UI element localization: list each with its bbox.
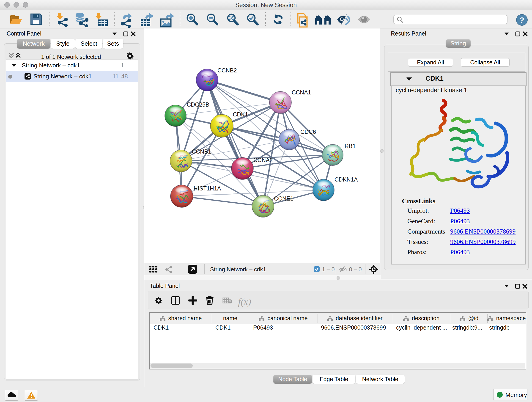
svg-text:HIST1H1A: HIST1H1A <box>194 185 221 191</box>
svg-text:RB1: RB1 <box>345 143 356 149</box>
svg-text:CDKN1A: CDKN1A <box>335 176 358 183</box>
svg-text:CCNE1: CCNE1 <box>274 195 293 202</box>
svg-text:CCNA2: CCNA2 <box>253 157 273 163</box>
svg-text:CCNA1: CCNA1 <box>292 89 311 96</box>
svg-text:CCNB1: CCNB1 <box>192 148 211 155</box>
svg-text:CDK1: CDK1 <box>233 111 248 118</box>
svg-text:CDC25B: CDC25B <box>187 101 209 108</box>
svg-text:CCNB2: CCNB2 <box>217 67 237 74</box>
svg-text:CDC6: CDC6 <box>300 128 316 135</box>
